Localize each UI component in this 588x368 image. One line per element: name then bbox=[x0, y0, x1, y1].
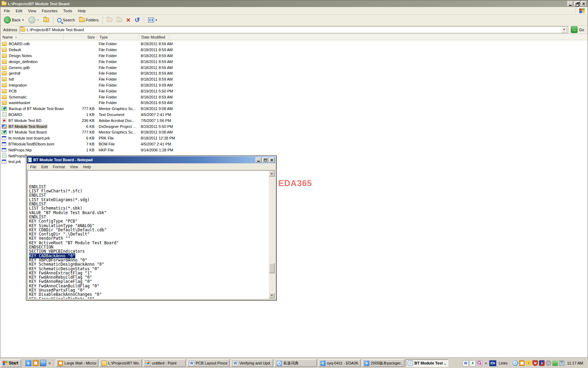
volume-icon[interactable] bbox=[546, 360, 551, 366]
scrollbar-thumb[interactable] bbox=[269, 263, 275, 273]
file-row[interactable]: Generic.gdbFile Folder8/18/2011 8:59 AM bbox=[0, 64, 588, 70]
file-row[interactable]: IntegrationFile Folder8/18/2011 9:09 AM bbox=[0, 82, 588, 88]
file-name[interactable]: Schematic bbox=[8, 95, 27, 99]
word-icon[interactable]: W bbox=[463, 360, 469, 366]
file-row[interactable]: BTModuleTestBDbom.bom7 KBBOM File4/5/200… bbox=[0, 141, 588, 147]
file-name[interactable]: design_definition bbox=[8, 60, 38, 64]
file-name[interactable]: BT Module Test BD bbox=[8, 118, 42, 123]
language-indicator[interactable]: EN bbox=[489, 360, 496, 366]
clock-tray-icon[interactable] bbox=[519, 360, 525, 366]
file-name[interactable]: BTModuleTestBDbom.bom bbox=[8, 142, 55, 146]
folders-button[interactable]: Folders bbox=[78, 17, 100, 23]
start-button[interactable]: Start bbox=[1, 359, 21, 367]
delete-button[interactable]: × bbox=[125, 16, 132, 24]
file-row[interactable]: PCBFile Folder8/19/2011 5:50 PM bbox=[0, 88, 588, 94]
forward-dropdown-icon[interactable]: ▼ bbox=[36, 19, 39, 22]
file-name[interactable]: NetPropsD bbox=[8, 154, 28, 158]
file-name[interactable]: BOARD.cdb bbox=[8, 42, 30, 46]
youdao-tray-icon[interactable] bbox=[512, 360, 518, 366]
file-name[interactable]: Integration bbox=[8, 83, 28, 87]
file-name[interactable]: bt module test board.prk bbox=[8, 136, 51, 140]
messenger-icon[interactable] bbox=[40, 360, 46, 366]
task-button[interactable]: e2005版本packger... bbox=[362, 359, 405, 367]
file-row[interactable]: DefaultFile Folder8/18/2011 8:59 AM bbox=[0, 47, 588, 53]
task-button[interactable]: esyq-0411 - EDA36... bbox=[318, 359, 361, 367]
file-name[interactable]: test.prk bbox=[8, 159, 22, 164]
address-dropdown-button[interactable]: ▼ bbox=[561, 27, 567, 33]
notepad-vertical-scrollbar[interactable]: ▲ ▼ bbox=[269, 171, 275, 299]
explorer-menu-view[interactable]: View bbox=[25, 8, 39, 14]
ie-icon[interactable]: e bbox=[25, 360, 31, 366]
column-header-size[interactable]: Size bbox=[64, 34, 97, 40]
notepad-menu-edit[interactable]: Edit bbox=[39, 164, 50, 170]
address-input[interactable]: L:\Projects\BT Module Test Board ▼ bbox=[19, 26, 568, 33]
file-name[interactable]: BT Module Test Board bbox=[8, 130, 47, 134]
security-shield-icon[interactable]: x bbox=[539, 360, 545, 366]
file-row[interactable]: SchematicFile Folder8/18/2011 8:59 AM bbox=[0, 94, 588, 100]
quick-launch-chevron-icon[interactable]: » bbox=[47, 361, 52, 366]
file-row[interactable]: Design NotesFile Folder8/18/2011 8:59 AM bbox=[0, 53, 588, 59]
file-row[interactable]: wastebasketFile Folder8/18/2011 8:59 AM bbox=[0, 100, 588, 106]
notepad-text-area[interactable]: ENDLISTLIST FlowCharts(*.sfc)ENDLISTLIST… bbox=[27, 170, 275, 299]
task-button[interactable]: BT Module Test ... bbox=[406, 359, 448, 367]
minimize-button[interactable] bbox=[567, 1, 573, 6]
task-button[interactable]: WPCB Layout Proce... bbox=[187, 359, 230, 367]
close-button[interactable] bbox=[581, 1, 587, 6]
forward-button[interactable]: → ▼ bbox=[27, 16, 41, 24]
scroll-up-button[interactable]: ▲ bbox=[269, 171, 275, 177]
file-row[interactable]: BT Module Test Board6 KBDxDesigner Proje… bbox=[0, 123, 588, 129]
device-icon[interactable] bbox=[552, 360, 558, 366]
file-name[interactable]: BOARD bbox=[8, 113, 23, 117]
file-row[interactable]: bt module test board.prk6 KBPRK File8/18… bbox=[0, 135, 588, 141]
task-button[interactable]: Large Mail - Micros... bbox=[56, 359, 98, 367]
search-button[interactable]: Search bbox=[56, 17, 76, 23]
file-name[interactable]: Generic.gdb bbox=[8, 66, 30, 70]
file-name[interactable]: Default bbox=[8, 48, 22, 52]
file-row[interactable]: Backup of BT Module Test Board777 KBMent… bbox=[0, 106, 588, 112]
file-name[interactable]: NetProps.hkp bbox=[8, 148, 33, 152]
notepad-minimize-button[interactable] bbox=[255, 157, 261, 163]
task-button[interactable]: 有道词典 bbox=[274, 359, 317, 367]
clock-icon[interactable] bbox=[33, 360, 39, 366]
file-row[interactable]: BOARD1 KBText Document4/5/2007 2:41 PM bbox=[0, 112, 588, 118]
file-row[interactable]: hdlFile Folder8/18/2011 8:59 AM bbox=[0, 76, 588, 82]
file-name[interactable]: Design Notes bbox=[8, 54, 33, 58]
file-row[interactable]: BOARD.cdbFile Folder8/18/2011 8:59 AM bbox=[0, 41, 588, 47]
file-name[interactable]: BT Module Test Board bbox=[8, 124, 47, 129]
file-name[interactable]: Backup of BT Module Test Board bbox=[8, 107, 64, 111]
task-button[interactable]: untitled - Paint bbox=[143, 359, 186, 367]
key-icon[interactable] bbox=[477, 360, 483, 366]
notepad-menu-format[interactable]: Format bbox=[50, 164, 68, 170]
file-row[interactable]: design_definitionFile Folder8/18/2011 8:… bbox=[0, 59, 588, 64]
task-button[interactable]: WVerifying and Upd... bbox=[231, 359, 273, 367]
back-dropdown-icon[interactable]: ▼ bbox=[21, 19, 24, 22]
views-button[interactable]: ▼ bbox=[147, 17, 159, 23]
explorer-menu-file[interactable]: File bbox=[1, 8, 13, 14]
notepad-menu-file[interactable]: File bbox=[28, 164, 39, 170]
up-button[interactable]: ↑ bbox=[42, 17, 50, 23]
move-to-button[interactable] bbox=[105, 17, 114, 23]
file-row[interactable]: BT Module Test BD236 KBAdobe Acrobat Doc… bbox=[0, 117, 588, 123]
explorer-menu-edit[interactable]: Edit bbox=[13, 8, 25, 14]
file-name[interactable]: genhdl bbox=[8, 71, 21, 75]
explorer-menu-tools[interactable]: Tools bbox=[61, 8, 75, 14]
file-row[interactable]: genhdlFile Folder8/18/2011 8:59 AM bbox=[0, 70, 588, 76]
task-button[interactable]: L:\Projects\BT Mo... bbox=[99, 359, 142, 367]
yellow-shield-icon[interactable]: ! bbox=[526, 360, 531, 366]
file-name[interactable]: hdl bbox=[8, 77, 15, 81]
file-name[interactable]: PCB bbox=[8, 89, 18, 93]
excel-icon[interactable]: X bbox=[470, 360, 476, 366]
restore-button[interactable] bbox=[574, 1, 580, 6]
tray-chevron-icon[interactable]: » bbox=[484, 361, 488, 366]
links-toolbar-label[interactable]: Links bbox=[497, 361, 509, 365]
views-dropdown-icon[interactable]: ▼ bbox=[155, 19, 158, 22]
scroll-down-button[interactable]: ▼ bbox=[269, 293, 275, 299]
column-header-name[interactable]: Name ▲ bbox=[0, 34, 64, 40]
notepad-maximize-button[interactable] bbox=[262, 157, 268, 163]
file-row[interactable]: NetProps.hkp1 KBHKP File9/14/2006 1:28 P… bbox=[0, 147, 588, 153]
file-row[interactable]: BT Module Test Board777 KBMentor Graphic… bbox=[0, 129, 588, 135]
explorer-menu-favorites[interactable]: Favorites bbox=[39, 8, 60, 14]
notepad-close-button[interactable] bbox=[269, 157, 275, 163]
mail-icon[interactable] bbox=[559, 360, 565, 366]
undo-button[interactable]: ↺ bbox=[133, 16, 141, 24]
